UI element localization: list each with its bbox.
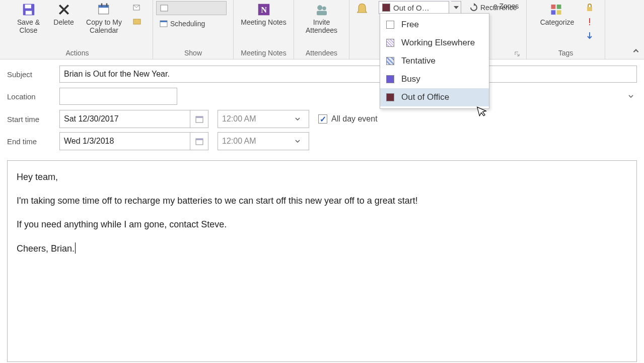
appointment-icon <box>160 4 169 13</box>
save-close-button[interactable]: Save & Close <box>11 1 47 34</box>
show-as-option-free[interactable]: Free <box>380 16 489 34</box>
attendees-icon <box>313 2 330 17</box>
scheduling-label: Scheduling <box>170 20 205 28</box>
svg-rect-6 <box>106 4 107 7</box>
show-as-option-working-elsewhere[interactable]: Working Elsewhere <box>380 34 489 52</box>
meeting-notes-button[interactable]: N Meeting Notes <box>239 1 289 26</box>
time-zones-label: e Zones <box>493 2 519 10</box>
location-dropdown-icon[interactable] <box>628 93 634 99</box>
end-date-picker-button[interactable] <box>190 133 208 150</box>
recurrence-icon <box>469 3 478 12</box>
categorize-button[interactable]: Categorize <box>535 1 580 26</box>
copy-calendar-label: Copy to My Calendar <box>82 18 126 34</box>
body-paragraph: Hey team, <box>17 171 627 184</box>
high-importance-button[interactable] <box>582 15 597 28</box>
onenote-small-button[interactable] <box>129 15 145 28</box>
exclamation-icon <box>585 17 594 26</box>
chevron-down-icon <box>454 6 459 9</box>
scheduling-button[interactable]: Scheduling <box>156 17 208 30</box>
start-time-label: Start time <box>7 115 59 124</box>
show-as-selected-label: Out of O… <box>393 4 447 12</box>
svg-rect-5 <box>101 4 102 7</box>
group-label-tags: Tags <box>558 48 574 59</box>
all-day-label: All day event <box>331 114 378 124</box>
start-date-picker-button[interactable] <box>190 110 208 128</box>
save-close-label: Save & Close <box>12 18 46 34</box>
show-as-option-out-of-office[interactable]: Out of Office <box>380 88 489 106</box>
all-day-checkbox[interactable]: ✓ All day event <box>318 114 378 124</box>
forward-button[interactable] <box>129 1 145 14</box>
group-label-show: Show <box>184 48 202 59</box>
invite-attendees-button[interactable]: Invite Attendees <box>298 1 345 34</box>
reminder-button[interactable] <box>352 1 375 18</box>
chevron-down-icon <box>295 116 309 122</box>
svg-rect-9 <box>161 5 168 11</box>
svg-rect-18 <box>556 5 561 9</box>
ribbon: Save & Close Delete Copy to My Calendar <box>0 0 644 59</box>
show-as-button[interactable]: Out of O… <box>379 1 449 14</box>
swatch-working-elsewhere-icon <box>386 39 394 47</box>
svg-rect-21 <box>587 7 592 11</box>
start-time-value: 12:00 AM <box>218 111 295 127</box>
end-time-box[interactable]: 12:00 AM <box>218 132 309 150</box>
actions-small-stack <box>129 1 145 28</box>
time-zones-button[interactable]: e Zones <box>489 1 523 10</box>
svg-rect-8 <box>133 19 140 24</box>
svg-rect-25 <box>196 116 203 118</box>
location-label: Location <box>7 92 59 101</box>
svg-point-15 <box>322 7 326 11</box>
meeting-notes-label: Meeting Notes <box>241 18 286 26</box>
option-label: Busy <box>401 74 420 84</box>
group-label-actions: Actions <box>66 48 89 59</box>
swatch-busy-icon <box>386 75 394 83</box>
calendar-copy-icon <box>96 2 113 17</box>
delete-button[interactable]: Delete <box>49 1 79 26</box>
end-date-input[interactable] <box>60 134 190 149</box>
categorize-label: Categorize <box>540 18 575 26</box>
ribbon-group-tags: Categorize Tags <box>527 0 605 59</box>
start-date-box <box>59 110 208 128</box>
option-label: Tentative <box>401 56 436 66</box>
show-as-dropdown-split[interactable] <box>451 1 461 14</box>
end-date-box <box>59 132 208 150</box>
svg-text:N: N <box>261 6 267 15</box>
svg-rect-11 <box>160 21 167 22</box>
tags-small-stack <box>582 1 597 42</box>
arrow-down-icon <box>585 31 594 40</box>
group-label-attendees: Attendees <box>306 48 337 59</box>
low-importance-button[interactable] <box>582 29 597 42</box>
end-time-value: 12:00 AM <box>218 134 295 149</box>
swatch-free-icon <box>386 21 394 29</box>
lock-icon <box>585 3 594 12</box>
option-label: Out of Office <box>401 92 449 102</box>
start-date-input[interactable] <box>60 111 190 127</box>
show-as-dropdown-menu: Free Working Elsewhere Tentative Busy Ou… <box>380 13 489 109</box>
option-label: Free <box>401 20 419 30</box>
scheduling-icon <box>159 19 168 28</box>
end-time-label: End time <box>7 137 59 146</box>
body-editor[interactable]: Hey team, I'm taking some time off to re… <box>7 160 637 362</box>
onenote-icon: N <box>255 2 272 17</box>
appointment-button[interactable] <box>156 1 227 15</box>
delete-label: Delete <box>53 18 74 26</box>
subject-label: Subject <box>7 70 59 79</box>
start-time-box[interactable]: 12:00 AM <box>218 110 309 128</box>
chevron-down-icon <box>295 138 309 144</box>
collapse-ribbon-icon[interactable] <box>632 47 641 56</box>
svg-rect-17 <box>551 5 555 9</box>
swatch-out-of-office-icon <box>386 93 394 101</box>
show-as-option-tentative[interactable]: Tentative <box>380 52 489 70</box>
copy-calendar-button[interactable]: Copy to My Calendar <box>81 1 127 34</box>
subject-input[interactable] <box>59 66 637 83</box>
forward-icon <box>132 3 141 12</box>
svg-rect-1 <box>25 5 31 9</box>
ribbon-group-show: Scheduling Show <box>153 0 234 59</box>
dialog-launcher-icon[interactable] <box>514 51 521 58</box>
location-input[interactable] <box>59 88 177 105</box>
svg-rect-22 <box>589 18 590 23</box>
appointment-form: Subject Location Start time 12:00 AM ✓ A… <box>0 59 644 158</box>
svg-rect-16 <box>317 11 327 16</box>
private-button[interactable] <box>582 1 597 14</box>
bell-icon <box>355 2 372 17</box>
show-as-option-busy[interactable]: Busy <box>380 70 489 88</box>
